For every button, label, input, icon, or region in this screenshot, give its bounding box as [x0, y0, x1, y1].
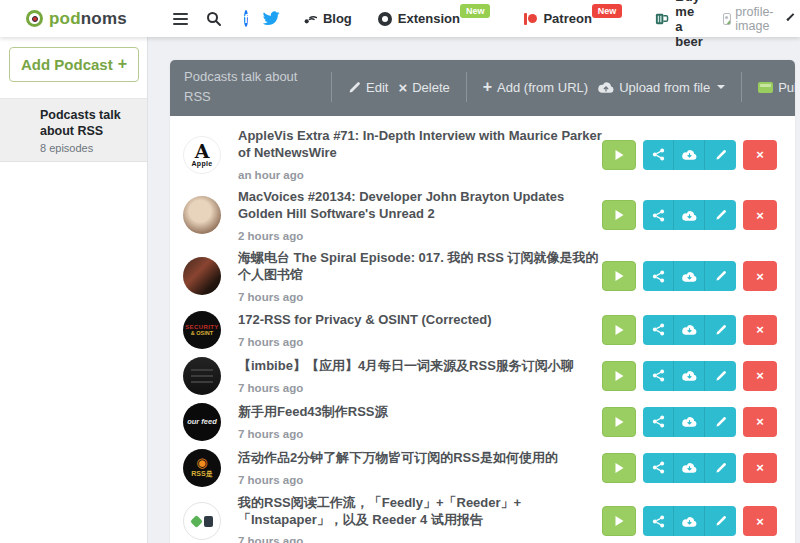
episode-list: A Apple AppleVis Extra #71: In-Depth Int… [170, 116, 795, 543]
extension-new-badge: New [460, 4, 491, 18]
edit-episode-button[interactable] [705, 261, 736, 291]
share-button[interactable] [643, 407, 674, 437]
episode-title: 新手用Feed43制作RSS源 [238, 404, 388, 421]
share-button[interactable] [643, 361, 674, 391]
hamburger-menu-icon[interactable] [173, 13, 188, 25]
nav-patreon-link[interactable]: Patreon New [524, 11, 628, 26]
episode-title: 海螺电台 The Spiral Episode: 017. 我的 RSS 订阅就… [238, 250, 602, 284]
public-page-label: Public Page [778, 80, 795, 95]
green-diamond-glyph [190, 515, 203, 528]
public-page-button[interactable]: Public Page [758, 80, 795, 95]
delete-episode-button[interactable]: × [743, 200, 777, 230]
plus-icon: + [483, 79, 492, 95]
play-button[interactable] [602, 315, 636, 345]
episode-title: 我的RSS阅读工作流，「Feedly」+「Reeder」+「Instapaper… [238, 495, 602, 529]
blog-icon [302, 11, 317, 26]
share-button[interactable] [643, 453, 674, 483]
twitter-icon[interactable] [262, 11, 280, 26]
episode-thumbnail: our feed [183, 403, 221, 441]
episode-title: 172-RSS for Privacy & OSINT (Corrected) [238, 312, 492, 329]
beer-label: Buy me a beer [675, 0, 702, 49]
add-from-url-button[interactable]: + Add (from URL) [483, 79, 588, 95]
facebook-icon[interactable]: f [244, 10, 248, 27]
sidebar: Add Podcast + Podcasts talk about RSS 8 … [0, 37, 148, 543]
play-button[interactable] [602, 261, 636, 291]
edit-label: Edit [366, 80, 388, 95]
episode-thumbnail: SECURITY & OSINT [183, 311, 221, 349]
plus-icon: + [118, 55, 127, 73]
delete-episode-button[interactable]: × [743, 407, 777, 437]
episode-thumbnail: A Apple [183, 136, 221, 174]
add-from-url-label: Add (from URL) [497, 80, 588, 95]
share-button[interactable] [643, 315, 674, 345]
brand-logo[interactable]: podnoms [26, 9, 127, 29]
podcast-title: Podcasts talk about RSS [40, 107, 137, 140]
share-button[interactable] [643, 261, 674, 291]
download-button[interactable] [674, 506, 705, 536]
delete-episode-button[interactable]: × [743, 261, 777, 291]
delete-label: Delete [412, 80, 450, 95]
delete-episode-button[interactable]: × [743, 506, 777, 536]
play-button[interactable] [602, 200, 636, 230]
episode-timestamp: an hour ago [238, 169, 602, 181]
play-button[interactable] [602, 140, 636, 170]
add-podcast-label: Add Podcast [21, 56, 113, 73]
delete-episode-button[interactable]: × [743, 140, 777, 170]
episode-title: MacVoices #20134: Developer John Brayton… [238, 189, 602, 223]
download-button[interactable] [674, 261, 705, 291]
chevron-down-icon[interactable] [787, 13, 795, 21]
edit-episode-button[interactable] [705, 506, 736, 536]
cloud-upload-icon [598, 81, 614, 93]
play-button[interactable] [602, 506, 636, 536]
profile-menu[interactable]: profile-image [723, 5, 778, 33]
delete-podcast-button[interactable]: × Delete [398, 80, 449, 95]
nav-blog-link[interactable]: Blog [302, 11, 352, 26]
nav-beer-link[interactable]: Buy me a beer [654, 0, 702, 49]
edit-episode-button[interactable] [705, 407, 736, 437]
download-button[interactable] [674, 407, 705, 437]
dark-square-glyph [204, 516, 213, 527]
profile-image-alt-text: profile-image [735, 5, 778, 33]
download-button[interactable] [674, 140, 705, 170]
delete-episode-button[interactable]: × [743, 315, 777, 345]
share-button[interactable] [643, 506, 674, 536]
edit-episode-button[interactable] [705, 200, 736, 230]
edit-episode-button[interactable] [705, 140, 736, 170]
episode-thumbnail [183, 502, 221, 540]
add-podcast-button[interactable]: Add Podcast + [9, 47, 139, 82]
play-button[interactable] [602, 407, 636, 437]
episode-row: 【imbibe】【应用】4月每日一词来源及RSS服务订阅小聊 7 hours a… [176, 353, 777, 399]
play-button[interactable] [602, 361, 636, 391]
episode-row: 海螺电台 The Spiral Episode: 017. 我的 RSS 订阅就… [176, 246, 777, 307]
brand-name: podnoms [49, 9, 127, 29]
rss-glyph: ◉ [196, 456, 207, 469]
episode-timestamp: 7 hours ago [238, 291, 602, 303]
share-button[interactable] [643, 140, 674, 170]
edit-episode-button[interactable] [705, 361, 736, 391]
sidebar-item-podcast[interactable]: Podcasts talk about RSS 8 episodes [0, 98, 147, 162]
download-button[interactable] [674, 200, 705, 230]
edit-podcast-button[interactable]: Edit [348, 80, 388, 95]
extension-icon [378, 12, 392, 26]
patreon-label: Patreon [543, 11, 591, 26]
blog-label: Blog [323, 11, 352, 26]
x-icon: × [398, 80, 407, 95]
delete-episode-button[interactable]: × [743, 453, 777, 483]
upload-from-file-button[interactable]: Upload from file [598, 80, 725, 95]
nav-extension-link[interactable]: Extension New [378, 11, 497, 26]
download-button[interactable] [674, 315, 705, 345]
patreon-icon [524, 13, 537, 25]
edit-episode-button[interactable] [705, 453, 736, 483]
play-button[interactable] [602, 453, 636, 483]
episode-row: A Apple AppleVis Extra #71: In-Depth Int… [176, 124, 777, 185]
edit-episode-button[interactable] [705, 315, 736, 345]
episode-title: 活动作品2分钟了解下万物皆可订阅的RSS是如何使用的 [238, 450, 558, 467]
download-button[interactable] [674, 453, 705, 483]
top-navbar: podnoms f Blog Extension New Patreon New… [0, 0, 800, 37]
delete-episode-button[interactable]: × [743, 361, 777, 391]
episode-timestamp: 7 hours ago [238, 336, 492, 348]
share-button[interactable] [643, 200, 674, 230]
download-button[interactable] [674, 361, 705, 391]
search-icon[interactable] [206, 11, 222, 27]
podnoms-logo-icon [26, 10, 43, 27]
